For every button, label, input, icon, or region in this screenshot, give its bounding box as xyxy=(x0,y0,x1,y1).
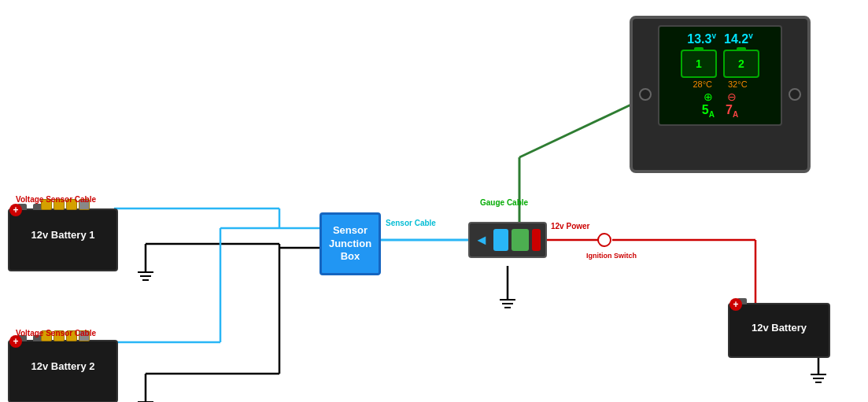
gauge-battery-icon-1: 1 xyxy=(681,50,717,78)
sensor-cable-label: Sensor Cable xyxy=(386,219,436,227)
battery-1-plus: + xyxy=(9,204,22,216)
gauge-battery-icon-2: 2 xyxy=(723,50,759,78)
sensor-port-red xyxy=(532,229,541,251)
battery-1: + 12v Battery 1 xyxy=(8,208,118,271)
ignition-switch xyxy=(597,233,611,247)
battery-2-label: 12v Battery 2 xyxy=(9,345,116,372)
battery-3: + 12v Battery xyxy=(728,303,830,358)
current-2-arrow-icon: ⊖ xyxy=(727,90,737,103)
battery-3-label: 12v Battery xyxy=(729,308,829,334)
sensor-junction-box: Sensor Junction Box xyxy=(319,212,381,275)
gauge-display: 13.3v 14.2v 1 2 28°C xyxy=(630,16,811,173)
battery-1-voltage-sensor-label: Voltage Sensor Cable xyxy=(16,195,96,204)
gauge-voltages: 13.3v 14.2v xyxy=(687,31,752,46)
gauge-temp-2: 32°C xyxy=(728,79,748,89)
battery-3-plus: + xyxy=(729,298,742,311)
gauge-cable-label: Gauge Cable xyxy=(480,198,528,207)
battery-2: + 12v Battery 2 xyxy=(8,340,118,402)
gauge-voltage-1: 13.3v xyxy=(687,31,716,46)
ignition-switch-label: Ignition Switch xyxy=(586,252,637,260)
power-12v-label: 12v Power xyxy=(551,222,589,231)
gauge-current-2: ⊖ 7A xyxy=(726,90,738,119)
battery-3-ground xyxy=(811,374,826,383)
sensor-device-ground xyxy=(500,299,515,308)
sensor-device: ◄ xyxy=(468,222,547,258)
wiring-diagram: + 12v Battery 1 Voltage Sensor Cable + 1… xyxy=(0,0,868,402)
sensor-arrow-icon: ◄ xyxy=(475,232,489,249)
gauge-current-1: ⊕ 5A xyxy=(702,90,715,119)
current-1-arrow-icon: ⊕ xyxy=(704,90,713,103)
gauge-temperatures: 28°C 32°C xyxy=(693,79,747,89)
battery-1-ground xyxy=(138,271,153,281)
battery-1-label: 12v Battery 1 xyxy=(9,213,116,241)
gauge-screen: 13.3v 14.2v 1 2 28°C xyxy=(658,25,782,126)
gauge-currents: ⊕ 5A ⊖ 7A xyxy=(702,90,738,119)
gauge-voltage-2: 14.2v xyxy=(724,31,753,46)
sensor-port-blue xyxy=(493,229,508,251)
gauge-battery-icons: 1 2 xyxy=(681,50,759,78)
sensor-port-green xyxy=(512,229,529,251)
battery-2-voltage-sensor-label: Voltage Sensor Cable xyxy=(16,329,96,337)
gauge-temp-1: 28°C xyxy=(693,79,712,89)
